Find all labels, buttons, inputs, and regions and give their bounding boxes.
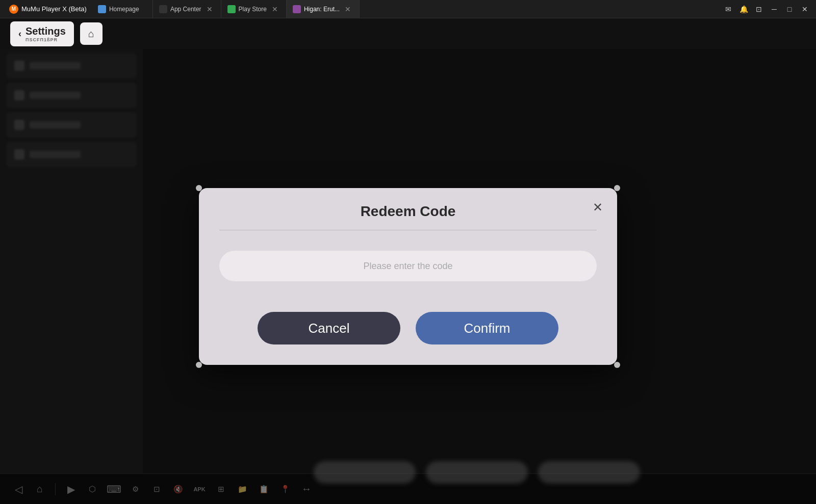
tab-appcenter-label: App Center bbox=[170, 6, 201, 13]
tab-appcenter[interactable]: App Center ✕ bbox=[153, 0, 221, 18]
tab-playstore-close[interactable]: ✕ bbox=[270, 4, 280, 14]
tab-higan-label: Higan: Erut... bbox=[304, 6, 340, 13]
maximize-button[interactable]: □ bbox=[782, 2, 797, 16]
homepage-tab-icon bbox=[98, 5, 106, 13]
settings-subtitle-text: ПSCFП1ßPR bbox=[26, 37, 66, 42]
minimize-button[interactable]: ─ bbox=[767, 2, 781, 16]
settings-header: ‹ Settings ПSCFП1ßPR ⌂ bbox=[0, 18, 816, 49]
tab-homepage[interactable]: Homepage bbox=[92, 0, 153, 18]
dialog-buttons: Cancel Confirm bbox=[219, 312, 597, 344]
dialog-divider bbox=[219, 230, 597, 230]
code-input[interactable] bbox=[219, 251, 597, 281]
back-arrow-icon: ‹ bbox=[18, 29, 21, 39]
code-input-container bbox=[219, 251, 597, 281]
back-button[interactable]: ‹ Settings ПSCFП1ßPR bbox=[10, 21, 74, 46]
dialog-close-button[interactable]: ✕ bbox=[589, 198, 607, 217]
appcenter-tab-icon bbox=[159, 5, 167, 13]
tab-higan-close[interactable]: ✕ bbox=[343, 4, 353, 14]
close-button[interactable]: ✕ bbox=[798, 2, 812, 16]
dialog-title: Redeem Code bbox=[219, 203, 597, 220]
home-icon: ⌂ bbox=[88, 28, 94, 40]
tab-homepage-label: Homepage bbox=[109, 6, 139, 13]
higan-tab-icon bbox=[293, 5, 301, 13]
window-controls: ✉ 🔔 ⊡ ─ □ ✕ bbox=[721, 2, 812, 16]
app-name: MuMu Player X (Beta) bbox=[21, 5, 87, 13]
corner-dot-tr bbox=[614, 185, 620, 191]
settings-title-text: Settings bbox=[26, 25, 66, 37]
corner-dot-br bbox=[614, 362, 620, 368]
tab-playstore-label: Play Store bbox=[239, 6, 267, 13]
mail-icon[interactable]: ✉ bbox=[721, 2, 735, 16]
tab-playstore[interactable]: Play Store ✕ bbox=[221, 0, 287, 18]
app-logo: M MuMu Player X (Beta) bbox=[4, 5, 92, 14]
corner-dot-tl bbox=[196, 185, 202, 191]
title-bar: M MuMu Player X (Beta) Homepage App Cent… bbox=[0, 0, 816, 18]
main-content: ✕ Redeem Code Cancel Confirm bbox=[0, 49, 816, 504]
notification-icon[interactable]: 🔔 bbox=[736, 2, 751, 16]
restore-icon[interactable]: ⊡ bbox=[752, 2, 766, 16]
dialog-backdrop: ✕ Redeem Code Cancel Confirm bbox=[0, 49, 816, 504]
playstore-tab-icon bbox=[227, 5, 236, 13]
tab-higan[interactable]: Higan: Erut... ✕ bbox=[287, 0, 360, 18]
home-button[interactable]: ⌂ bbox=[80, 22, 103, 45]
tab-appcenter-close[interactable]: ✕ bbox=[205, 4, 215, 14]
redeem-code-dialog: ✕ Redeem Code Cancel Confirm bbox=[199, 188, 617, 365]
corner-dot-bl bbox=[196, 362, 202, 368]
logo-icon: M bbox=[9, 5, 18, 14]
confirm-button[interactable]: Confirm bbox=[416, 312, 558, 344]
tabs-container: Homepage App Center ✕ Play Store ✕ Higan… bbox=[92, 0, 717, 18]
cancel-button[interactable]: Cancel bbox=[258, 312, 400, 344]
